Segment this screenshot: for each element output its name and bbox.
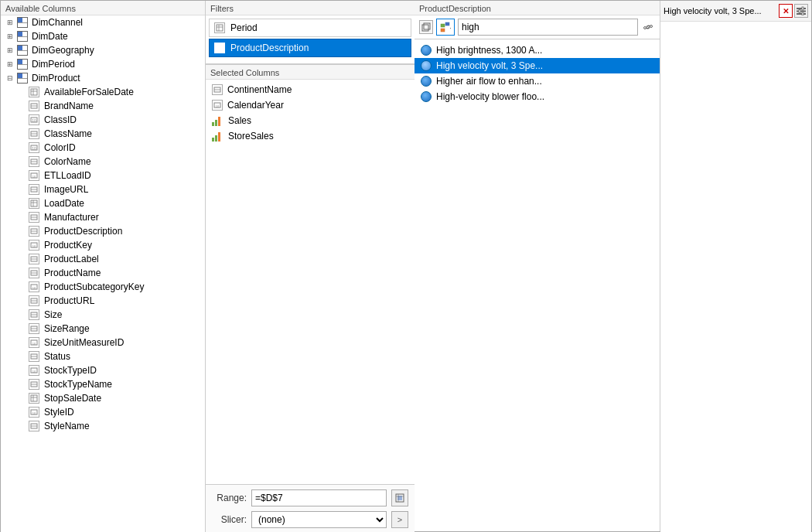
svg-text:10: 10	[32, 286, 36, 290]
tree-item-StyleName[interactable]: · StyleName	[1, 419, 205, 433]
expand-DimGeography[interactable]: ⊞	[4, 44, 16, 56]
label-DimChannel: DimChannel	[30, 17, 83, 28]
svg-rect-79	[802, 12, 803, 15]
globe-icon-1	[421, 45, 432, 56]
result-text-3: Higher air flow to enhan...	[436, 76, 542, 87]
selected-col-ContinentName[interactable]: ContinentName	[209, 83, 411, 97]
settings-button[interactable]	[794, 4, 808, 18]
field-icon-Manufacturer	[29, 212, 39, 223]
label-AvailableForSaleDate: AvailableForSaleDate	[43, 87, 134, 97]
slicer-arrow-button[interactable]: >	[391, 511, 408, 528]
filter-dropdown-button[interactable]: ▾	[436, 19, 455, 36]
slicer-row: Slicer: (none) >	[212, 511, 408, 528]
expand-DimDate[interactable]: ⊞	[4, 30, 16, 43]
tree-item-ProductName[interactable]: · ProductName	[1, 266, 205, 280]
tree-item-ClassID[interactable]: · 10 ClassID	[1, 113, 205, 127]
svg-text:10: 10	[32, 175, 36, 179]
filters-top: Period ProductDescription	[206, 15, 415, 64]
expand-DimProduct[interactable]: ⊟	[4, 72, 16, 84]
tree-item-StockTypeID[interactable]: · 10 StockTypeID	[1, 363, 205, 377]
selected-value-panel: High velocity volt, 3 Spe... ✕	[660, 1, 811, 532]
tree-item-StyleID[interactable]: · 10 StyleID	[1, 405, 205, 419]
tree-item-DimDate[interactable]: ⊞ DimDate	[1, 29, 205, 43]
tree-item-ImageURL[interactable]: · ImageURL	[1, 182, 205, 196]
table-icon-DimChannel	[16, 16, 29, 29]
tree-item-ProductLabel[interactable]: · ProductLabel	[1, 252, 205, 266]
field-icon-ProductLabel	[29, 254, 39, 264]
tree-item-DimProduct[interactable]: ⊟ DimProduct	[1, 71, 205, 85]
tree-item-LoadDate[interactable]: · LoadDate	[1, 196, 205, 210]
tree-item-ClassName[interactable]: · ClassName	[1, 127, 205, 141]
label-StockTypeName: StockTypeName	[43, 379, 112, 390]
tree-item-DimChannel[interactable]: ⊞ DimChannel	[1, 15, 205, 29]
filter-item-Period[interactable]: Period	[209, 19, 411, 37]
tree-item-StopSaleDate[interactable]: · StopSaleDate	[1, 391, 205, 405]
tree-item-SizeRange[interactable]: · SizeRange	[1, 322, 205, 336]
selected-col-Sales[interactable]: Sales	[209, 114, 411, 128]
label-ETLLoadID: ETLLoadID	[43, 170, 91, 181]
field-icon-StyleName	[29, 421, 39, 431]
svg-text:10: 10	[32, 244, 36, 248]
tree-item-ColorID[interactable]: · 10 ColorID	[1, 141, 205, 155]
tree-item-AvailableForSaleDate[interactable]: · AvailableForSaleDate	[1, 85, 205, 99]
search-result-3[interactable]: Higher air flow to enhan...	[415, 73, 660, 89]
field-icon-StockTypeID: 10	[29, 365, 39, 376]
field-icon-SizeRange	[29, 323, 39, 334]
selected-col-StoreSales[interactable]: StoreSales	[209, 129, 411, 143]
tree-item-ProductDescription[interactable]: · ProductDescription	[1, 224, 205, 238]
tree-item-ETLLoadID[interactable]: · 10 ETLLoadID	[1, 169, 205, 182]
close-selected-button[interactable]: ✕	[779, 4, 793, 18]
search-result-2[interactable]: High velocity volt, 3 Spe...	[415, 58, 660, 73]
label-ClassID: ClassID	[43, 114, 77, 125]
svg-text:10: 10	[32, 342, 36, 346]
tree-item-Size[interactable]: · Size	[1, 308, 205, 322]
field-icon-ProductSubcategoryKey: 10	[29, 281, 39, 292]
svg-rect-67	[422, 25, 428, 31]
tree-item-DimGeography[interactable]: ⊞ DimGeography	[1, 43, 205, 57]
svg-rect-76	[797, 13, 806, 15]
svg-rect-77	[802, 7, 803, 10]
copy-icon[interactable]	[419, 20, 433, 34]
tree-item-ProductURL[interactable]: · ProductURL	[1, 294, 205, 308]
svg-text:10: 10	[32, 370, 36, 373]
range-pick-button[interactable]	[391, 489, 408, 506]
selected-col-CalendarYear[interactable]: 10 CalendarYear	[209, 98, 411, 112]
label-Manufacturer: Manufacturer	[43, 212, 99, 223]
expand-DimChannel[interactable]: ⊞	[4, 16, 16, 29]
product-description-panel: ProductDescription ▾	[415, 1, 660, 531]
link-icon[interactable]	[641, 20, 655, 34]
search-result-4[interactable]: High-velocity blower floo...	[415, 89, 660, 104]
tree-item-Status[interactable]: · Status	[1, 350, 205, 363]
slicer-select[interactable]: (none)	[251, 511, 387, 528]
slicer-label: Slicer:	[212, 514, 247, 525]
tree-item-SizeUnitMeasureID[interactable]: · 10 SizeUnitMeasureID	[1, 336, 205, 350]
label-StoreSales: StoreSales	[227, 131, 274, 142]
filter-label-Period: Period	[229, 22, 258, 33]
label-DimProduct: DimProduct	[30, 73, 80, 84]
tree-item-StockTypeName[interactable]: · StockTypeName	[1, 377, 205, 391]
svg-rect-74	[797, 8, 806, 9]
tree-item-DimPeriod[interactable]: ⊞ DimPeriod	[1, 57, 205, 71]
search-result-1[interactable]: High brightness, 1300 A...	[415, 43, 660, 58]
svg-text:▾: ▾	[450, 26, 451, 32]
range-input[interactable]	[251, 489, 387, 506]
tree-item-ProductSubcategoryKey[interactable]: · 10 ProductSubcategoryKey	[1, 280, 205, 294]
search-input[interactable]	[458, 19, 638, 36]
expand-DimPeriod[interactable]: ⊞	[4, 58, 16, 70]
label-ProductLabel: ProductLabel	[43, 254, 99, 264]
label-ClassName: ClassName	[43, 128, 92, 139]
filter-item-ProductDescription[interactable]: ProductDescription	[209, 39, 411, 57]
tree-item-ProductKey[interactable]: · 10 ProductKey	[1, 238, 205, 252]
field-icon-ProductName	[29, 268, 39, 278]
field-icon-ClassName	[29, 128, 39, 139]
tree-item-BrandName[interactable]: · BrandName	[1, 99, 205, 113]
svg-rect-46	[31, 395, 37, 401]
tree-item-Manufacturer[interactable]: · Manufacturer	[1, 210, 205, 224]
label-DimPeriod: DimPeriod	[30, 59, 75, 70]
field-icon-BrandName	[29, 101, 39, 111]
result-text-2: High velocity volt, 3 Spe...	[436, 60, 543, 71]
filters-panel: Filters Period	[206, 1, 415, 532]
globe-icon-3	[421, 76, 432, 87]
tree-container[interactable]: ⊞ DimChannel ⊞ DimDate ⊞ DimGeography ⊞ …	[1, 15, 205, 530]
tree-item-ColorName[interactable]: · ColorName	[1, 155, 205, 169]
